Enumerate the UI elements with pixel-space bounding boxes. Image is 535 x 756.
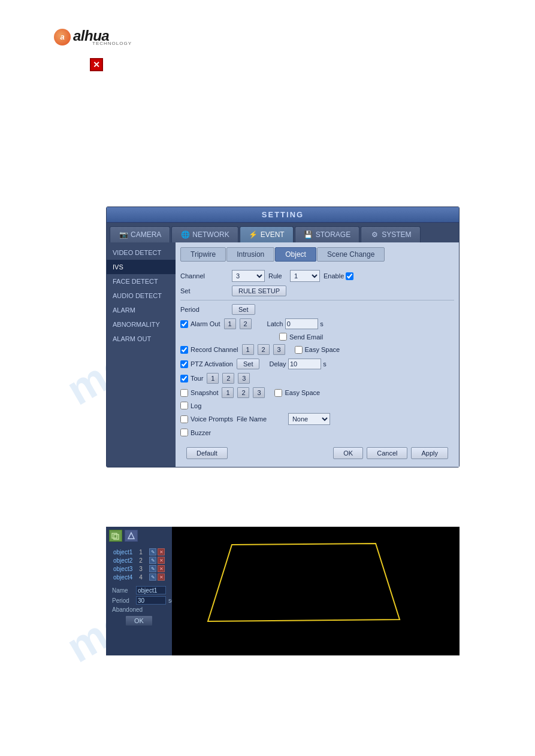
camera-video-view: [172, 527, 460, 655]
mode-btn-1[interactable]: [109, 530, 122, 542]
object-ok-button[interactable]: OK: [125, 615, 153, 626]
record-ch-1-button[interactable]: 1: [242, 344, 254, 355]
object-del-icon-3[interactable]: ✕: [158, 565, 165, 572]
sidebar-item-alarm-out[interactable]: ALARM OUT: [107, 332, 176, 346]
bottom-buttons: Default OK Cancel Apply: [180, 442, 454, 462]
rule-setup-button[interactable]: RULE SETUP: [232, 286, 286, 296]
record-channel-checkbox[interactable]: [180, 346, 188, 354]
sub-tab-tripwire[interactable]: Tripwire: [180, 247, 226, 262]
mode-btn-2[interactable]: [125, 530, 138, 542]
period-form-row: Period sec.: [112, 596, 166, 605]
sidebar-item-video-detect[interactable]: VIDEO DETECT: [107, 245, 176, 260]
set-label: Set: [180, 287, 228, 294]
object-edit-icon-1[interactable]: ✎: [149, 548, 156, 555]
tour-3-button[interactable]: 3: [238, 373, 250, 384]
cancel-button[interactable]: Cancel: [367, 447, 407, 459]
easy-space-1-row: Easy Space: [295, 346, 340, 354]
period-set-button[interactable]: Set: [232, 304, 255, 315]
sidebar-item-alarm[interactable]: ALARM: [107, 303, 176, 317]
ptz-set-button[interactable]: Set: [237, 359, 260, 369]
object-icons-2: ✎ ✕: [149, 557, 165, 564]
close-icon[interactable]: ✕: [90, 58, 103, 71]
tour-1-button[interactable]: 1: [207, 373, 219, 384]
send-email-checkbox[interactable]: [279, 333, 287, 341]
default-button[interactable]: Default: [186, 447, 228, 459]
tour-checkbox[interactable]: [180, 375, 188, 382]
send-email-label: Send Email: [289, 333, 323, 341]
system-tab-icon: ⚙: [370, 230, 379, 239]
sub-tab-object[interactable]: Object: [275, 247, 316, 262]
alarm-out-checkbox[interactable]: [180, 320, 188, 328]
sidebar-item-face-detect[interactable]: FACE DETECT: [107, 274, 176, 289]
camera-overlay-svg: [172, 527, 460, 655]
sub-tab-scene-change[interactable]: Scene Change: [317, 247, 385, 262]
sub-tab-intrusion[interactable]: Intrusion: [226, 247, 274, 262]
object-edit-icon-2[interactable]: ✎: [149, 557, 156, 564]
tour-2-button[interactable]: 2: [222, 373, 234, 384]
enable-label: Enable: [324, 272, 353, 280]
buzzer-label: Buzzer: [191, 429, 211, 436]
delay-input[interactable]: 10: [288, 359, 321, 369]
svg-marker-2: [128, 533, 134, 539]
enable-checkbox[interactable]: [346, 272, 353, 280]
period-label: Period: [180, 306, 228, 313]
alarm-out-1-button[interactable]: 1: [224, 318, 236, 329]
snapshot-checkbox[interactable]: [180, 389, 188, 397]
record-ch-2-button[interactable]: 2: [258, 344, 270, 355]
abandoned-row: Abandoned: [112, 606, 166, 613]
list-item: object2 2 ✎ ✕: [112, 556, 166, 564]
object-edit-icon-4[interactable]: ✎: [149, 573, 156, 581]
voice-prompts-checkbox[interactable]: [180, 415, 188, 423]
rule-select[interactable]: 1: [290, 270, 320, 282]
sidebar-item-abnormality[interactable]: ABNORMALITY: [107, 317, 176, 332]
snap-1-button[interactable]: 1: [222, 387, 234, 398]
tab-event[interactable]: ⚡ EVENT: [240, 226, 294, 242]
object-del-icon-2[interactable]: ✕: [158, 557, 165, 564]
easy-space-2-label: Easy Space: [285, 389, 320, 396]
sidebar-item-ivs[interactable]: IVS: [107, 260, 176, 274]
log-checkbox[interactable]: [180, 402, 188, 409]
object-edit-icon-3[interactable]: ✎: [149, 565, 156, 572]
latch-unit: s: [320, 320, 324, 327]
ptz-checkbox[interactable]: [180, 360, 188, 368]
snapshot-label: Snapshot: [191, 389, 218, 396]
tab-storage[interactable]: 💾 STORAGE: [295, 226, 359, 242]
object-num-4: 4: [139, 574, 143, 581]
apply-button[interactable]: Apply: [411, 447, 448, 459]
alarm-out-2-button[interactable]: 2: [240, 318, 252, 329]
main-content: Tripwire Intrusion Object Scene Change C…: [176, 242, 459, 467]
period-form-label: Period: [112, 597, 134, 604]
tab-event-label: EVENT: [261, 230, 285, 239]
alarm-out-label: Alarm Out: [191, 320, 220, 327]
latch-input[interactable]: 0: [285, 318, 318, 329]
action-buttons: OK Cancel Apply: [333, 447, 448, 459]
easy-space-2-checkbox[interactable]: [274, 389, 282, 397]
easy-space-1-checkbox[interactable]: [295, 346, 303, 354]
object-del-icon-4[interactable]: ✕: [158, 573, 165, 581]
logo-tech: TECHNOLOGY: [92, 41, 132, 46]
set-row: Set RULE SETUP: [180, 286, 454, 296]
tab-network[interactable]: 🌐 NETWORK: [171, 226, 238, 242]
period-form-input[interactable]: [136, 596, 166, 605]
file-name-select[interactable]: None: [288, 413, 330, 425]
ok-button[interactable]: OK: [333, 447, 363, 459]
rule-label: Rule: [268, 272, 286, 280]
ptz-row: PTZ Activation Set Delay 10 s: [180, 359, 454, 369]
name-form-input[interactable]: [136, 586, 166, 594]
sidebar-item-audio-detect[interactable]: AUDIO DETECT: [107, 289, 176, 303]
mode-buttons-row: [109, 530, 169, 542]
snap-3-button[interactable]: 3: [253, 387, 265, 398]
tab-system[interactable]: ⚙ SYSTEM: [361, 226, 420, 242]
object-num-3: 3: [139, 566, 143, 572]
name-form-label: Name: [112, 587, 134, 594]
channel-select[interactable]: 3: [232, 270, 265, 282]
nav-tabs: 📷 CAMERA 🌐 NETWORK ⚡ EVENT 💾 STORAGE ⚙ S…: [107, 223, 459, 242]
object-del-icon-1[interactable]: ✕: [158, 548, 165, 555]
tab-camera[interactable]: 📷 CAMERA: [110, 226, 170, 242]
record-ch-3-button[interactable]: 3: [273, 344, 285, 355]
buzzer-checkbox[interactable]: [180, 429, 188, 436]
list-item: object4 4 ✎ ✕: [112, 573, 166, 581]
channel-label: Channel: [180, 272, 228, 280]
snap-2-button[interactable]: 2: [237, 387, 249, 398]
latch-label-group: Latch 0 s: [267, 318, 324, 329]
